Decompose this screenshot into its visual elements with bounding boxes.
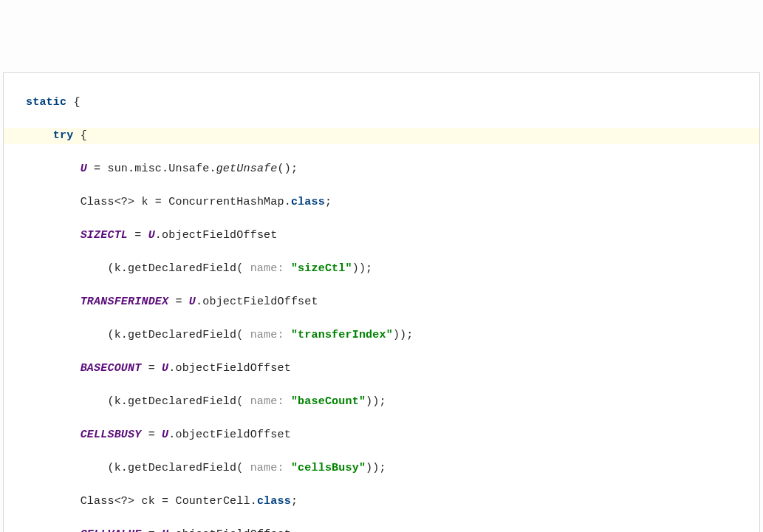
param-hint: name: [250,395,284,408]
code-line: (k.getDeclaredField( name: "baseCount"))… [4,394,759,411]
code-line: static { [4,95,759,112]
code-line: (k.getDeclaredField( name: "sizeCtl")); [4,261,759,278]
code-line: (k.getDeclaredField( name: "transferInde… [4,327,759,344]
field-cellvalue: CELLVALUE [81,528,142,533]
keyword-static: static [26,96,66,109]
code-line: try { [4,128,759,145]
param-hint: name: [250,462,284,474]
code-line: U = sun.misc.Unsafe.getUnsafe(); [4,161,759,178]
field-u: U [81,163,87,175]
code-editor[interactable]: static { try { U = sun.misc.Unsafe.getUn… [3,72,760,532]
code-line: CELLSBUSY = U.objectFieldOffset [4,427,759,444]
field-transferindex: TRANSFERINDEX [81,296,169,308]
keyword-try: try [53,129,74,142]
code-line: Class<?> ck = CounterCell.class; [4,494,759,511]
code-line: BASECOUNT = U.objectFieldOffset [4,361,759,378]
code-line: Class<?> k = ConcurrentHashMap.class; [4,194,759,211]
field-sizectl: SIZECTL [81,229,128,242]
field-cellsbusy: CELLSBUSY [81,429,142,441]
param-hint: name: [250,262,284,275]
field-basecount: BASECOUNT [81,362,142,375]
method-getunsafe: getUnsafe [216,163,278,175]
param-hint: name: [250,329,284,341]
string-basecount: "baseCount" [291,395,366,408]
string-transferindex: "transferIndex" [291,329,393,341]
code-line: CELLVALUE = U.objectFieldOffset [4,527,759,533]
string-sizectl: "sizeCtl" [291,262,352,275]
code-line: SIZECTL = U.objectFieldOffset [4,228,759,245]
code-line: (k.getDeclaredField( name: "cellsBusy"))… [4,460,759,477]
string-cellsbusy: "cellsBusy" [291,462,366,474]
code-line: TRANSFERINDEX = U.objectFieldOffset [4,294,759,311]
